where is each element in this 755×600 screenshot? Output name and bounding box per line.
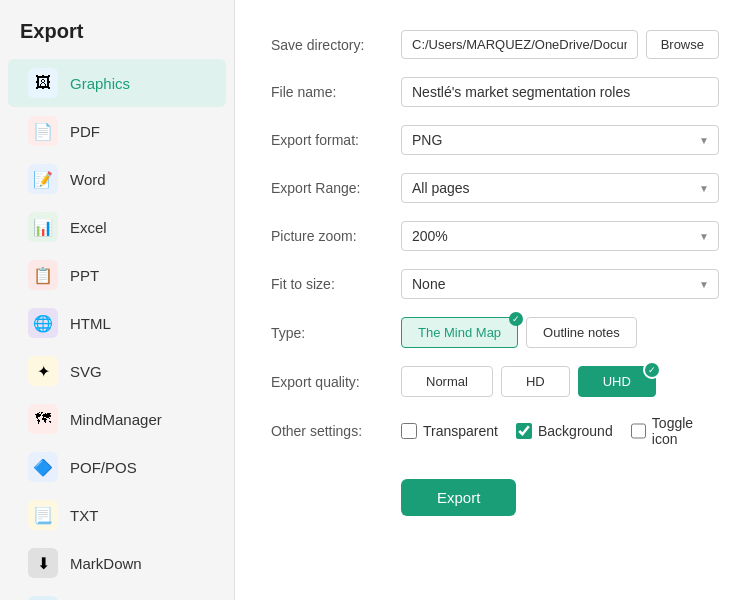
excel-icon: 📊 (28, 212, 58, 242)
export-range-select[interactable]: All pagesCurrent pageSelected pages (401, 173, 719, 203)
txt-icon: 📃 (28, 500, 58, 530)
pdf-icon: 📄 (28, 116, 58, 146)
checkbox-toggle_icon[interactable] (631, 423, 646, 439)
export-quality-row: Export quality: NormalHDUHD (271, 366, 719, 397)
save-directory-field: Browse (401, 30, 719, 59)
sidebar-item-graphics[interactable]: 🖼 Graphics (8, 59, 226, 107)
picture-zoom-label: Picture zoom: (271, 228, 401, 244)
sidebar-label-excel: Excel (70, 219, 107, 236)
type-label: Type: (271, 325, 401, 341)
export-range-label: Export Range: (271, 180, 401, 196)
sidebar-item-excel[interactable]: 📊 Excel (8, 203, 226, 251)
type-btn-mindmap[interactable]: The Mind Map (401, 317, 518, 348)
sidebar-item-word[interactable]: 📝 Word (8, 155, 226, 203)
sidebar-item-mindmanager[interactable]: 🗺 MindManager (8, 395, 226, 443)
sidebar-item-svg[interactable]: ✦ SVG (8, 347, 226, 395)
sidebar-label-word: Word (70, 171, 106, 188)
check-item-toggle_icon[interactable]: Toggle icon (631, 415, 719, 447)
browse-button[interactable]: Browse (646, 30, 719, 59)
save-directory-row: Save directory: Browse (271, 30, 719, 59)
check-label-background: Background (538, 423, 613, 439)
sidebar-item-markdown[interactable]: ⬇ MarkDown (8, 539, 226, 587)
word-icon: 📝 (28, 164, 58, 194)
sidebar-label-pofpos: POF/POS (70, 459, 137, 476)
export-button-container: Export (271, 465, 719, 516)
quality-btn-normal[interactable]: Normal (401, 366, 493, 397)
export-format-row: Export format: PNGJPGBMPTIFFGIF (271, 125, 719, 155)
markdown-icon: ⬇ (28, 548, 58, 578)
type-row: Type: The Mind MapOutline notes (271, 317, 719, 348)
sidebar-items: 🖼 Graphics 📄 PDF 📝 Word 📊 Excel 📋 PPT 🌐 … (0, 59, 234, 600)
check-item-transparent[interactable]: Transparent (401, 423, 498, 439)
fit-to-size-select-wrap: NoneFit widthFit heightFit page (401, 269, 719, 299)
fit-to-size-select[interactable]: NoneFit widthFit heightFit page (401, 269, 719, 299)
export-button[interactable]: Export (401, 479, 516, 516)
quality-btn-hd[interactable]: HD (501, 366, 570, 397)
save-directory-label: Save directory: (271, 37, 401, 53)
html-icon: 🌐 (28, 308, 58, 338)
ppt-icon: 📋 (28, 260, 58, 290)
save-directory-input[interactable] (401, 30, 638, 59)
fit-to-size-label: Fit to size: (271, 276, 401, 292)
sidebar-label-ppt: PPT (70, 267, 99, 284)
export-format-label: Export format: (271, 132, 401, 148)
checkbox-transparent[interactable] (401, 423, 417, 439)
file-name-input[interactable] (401, 77, 719, 107)
sidebar-item-wav[interactable]: 🎵 WAV (8, 587, 226, 600)
graphics-icon: 🖼 (28, 68, 58, 98)
export-quality-label: Export quality: (271, 374, 401, 390)
sidebar-label-graphics: Graphics (70, 75, 130, 92)
other-settings-group: TransparentBackgroundToggle icon (401, 415, 719, 447)
sidebar-item-ppt[interactable]: 📋 PPT (8, 251, 226, 299)
sidebar-label-pdf: PDF (70, 123, 100, 140)
sidebar-item-pofpos[interactable]: 🔷 POF/POS (8, 443, 226, 491)
export-range-row: Export Range: All pagesCurrent pageSelec… (271, 173, 719, 203)
pofpos-icon: 🔷 (28, 452, 58, 482)
sidebar-item-txt[interactable]: 📃 TXT (8, 491, 226, 539)
sidebar-title: Export (0, 20, 234, 59)
check-label-transparent: Transparent (423, 423, 498, 439)
export-format-select-wrap: PNGJPGBMPTIFFGIF (401, 125, 719, 155)
sidebar-label-html: HTML (70, 315, 111, 332)
file-name-field (401, 77, 719, 107)
type-group: The Mind MapOutline notes (401, 317, 719, 348)
picture-zoom-select[interactable]: 50%75%100%150%200%300% (401, 221, 719, 251)
main-content: Save directory: Browse File name: Export… (235, 0, 755, 600)
check-label-toggle_icon: Toggle icon (652, 415, 719, 447)
other-settings-label: Other settings: (271, 423, 401, 439)
checkbox-background[interactable] (516, 423, 532, 439)
quality-group: NormalHDUHD (401, 366, 719, 397)
file-name-row: File name: (271, 77, 719, 107)
sidebar-label-svg: SVG (70, 363, 102, 380)
wav-icon: 🎵 (28, 596, 58, 600)
sidebar-label-mindmanager: MindManager (70, 411, 162, 428)
file-name-label: File name: (271, 84, 401, 100)
quality-btn-uhd[interactable]: UHD (578, 366, 656, 397)
sidebar-item-pdf[interactable]: 📄 PDF (8, 107, 226, 155)
picture-zoom-select-wrap: 50%75%100%150%200%300% (401, 221, 719, 251)
check-item-background[interactable]: Background (516, 423, 613, 439)
export-range-select-wrap: All pagesCurrent pageSelected pages (401, 173, 719, 203)
picture-zoom-row: Picture zoom: 50%75%100%150%200%300% (271, 221, 719, 251)
sidebar-item-html[interactable]: 🌐 HTML (8, 299, 226, 347)
export-format-select[interactable]: PNGJPGBMPTIFFGIF (401, 125, 719, 155)
fit-to-size-row: Fit to size: NoneFit widthFit heightFit … (271, 269, 719, 299)
mindmanager-icon: 🗺 (28, 404, 58, 434)
other-settings-row: Other settings: TransparentBackgroundTog… (271, 415, 719, 447)
sidebar-label-txt: TXT (70, 507, 98, 524)
sidebar: Export 🖼 Graphics 📄 PDF 📝 Word 📊 Excel 📋… (0, 0, 235, 600)
svg-icon: ✦ (28, 356, 58, 386)
type-btn-outline[interactable]: Outline notes (526, 317, 637, 348)
sidebar-label-markdown: MarkDown (70, 555, 142, 572)
